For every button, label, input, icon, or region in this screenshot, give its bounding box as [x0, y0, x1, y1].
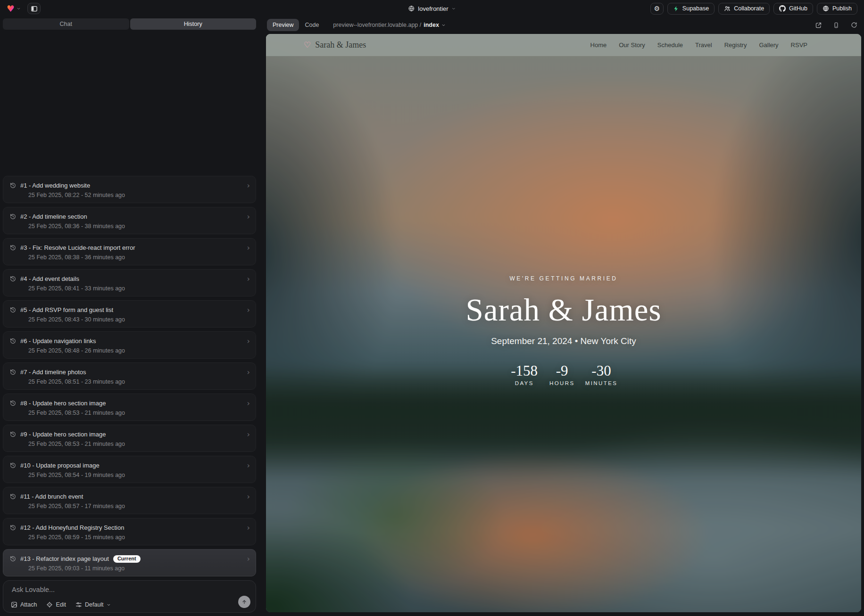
chevron-right-icon[interactable]: › [247, 524, 250, 532]
preview-url-button[interactable]: preview--lovefrontier.lovable.app / inde… [333, 22, 446, 28]
history-item-title: #11 - Add brunch event [20, 493, 83, 500]
nav-link-registry[interactable]: Registry [724, 41, 747, 49]
history-restore-icon [10, 431, 16, 437]
toggle-sidebar-button[interactable] [27, 3, 41, 14]
supabase-button[interactable]: Supabase [667, 3, 714, 15]
history-item-title: #2 - Add timeline section [20, 213, 87, 220]
mobile-view-button[interactable] [830, 19, 842, 31]
history-list: #1 - Add wedding website › 25 Feb 2025, … [3, 30, 256, 580]
history-restore-icon [10, 214, 16, 220]
chat-history-panel: Chat History #1 - Add wedding website › … [3, 17, 256, 616]
history-item[interactable]: #5 - Add RSVP form and guest list › 25 F… [3, 300, 256, 328]
history-item[interactable]: #4 - Add event details › 25 Feb 2025, 08… [3, 269, 256, 296]
hero-title: Sarah & James [466, 294, 662, 326]
nav-link-travel[interactable]: Travel [695, 41, 712, 49]
chevron-right-icon[interactable]: › [247, 369, 250, 376]
chevron-right-icon[interactable]: › [247, 275, 250, 283]
history-restore-icon [10, 369, 16, 375]
attach-label: Attach [20, 601, 37, 608]
history-item-timestamp: 25 Feb 2025, 08:53 - 21 minutes ago [28, 410, 250, 416]
countdown-label: HOURS [549, 380, 575, 386]
collaborate-users-icon [724, 5, 731, 12]
history-item-timestamp: 25 Feb 2025, 08:57 - 17 minutes ago [28, 503, 250, 509]
tab-history[interactable]: History [130, 18, 257, 30]
chevron-right-icon[interactable]: › [247, 493, 250, 501]
history-restore-icon [10, 307, 16, 313]
preview-url-base: preview--lovefrontier.lovable.app / [333, 22, 421, 28]
history-item[interactable]: #13 - Refactor index page layout Current… [3, 549, 256, 576]
current-badge: Current [113, 555, 141, 563]
history-item-title: #4 - Add event details [20, 275, 79, 282]
github-button[interactable]: GitHub [773, 3, 813, 15]
chevron-right-icon[interactable]: › [247, 182, 250, 189]
hero-subtitle: September 21, 2024 • New York City [491, 336, 636, 346]
settings-button[interactable]: ⚙ [650, 3, 664, 15]
send-button[interactable] [238, 596, 250, 608]
history-item[interactable]: #7 - Add timeline photos › 25 Feb 2025, … [3, 362, 256, 390]
countdown-label: MINUTES [585, 380, 618, 386]
history-item-title: #8 - Update hero section image [20, 400, 106, 407]
lovable-menu-button[interactable]: ♥ [7, 4, 21, 13]
chevron-right-icon[interactable]: › [247, 431, 250, 438]
sliders-icon [75, 601, 82, 608]
topbar-left: ♥ [7, 3, 41, 14]
chevron-right-icon[interactable]: › [247, 400, 250, 407]
history-item-timestamp: 25 Feb 2025, 08:43 - 30 minutes ago [28, 316, 250, 323]
github-icon [779, 5, 786, 12]
history-item-title: #7 - Add timeline photos [20, 369, 86, 376]
edit-button[interactable]: Edit [46, 601, 66, 608]
site-brand[interactable]: ♡ Sarah & James [304, 40, 366, 50]
countdown-label: DAYS [515, 380, 534, 386]
history-restore-icon [10, 276, 16, 282]
publish-button[interactable]: Publish [817, 3, 857, 15]
history-item[interactable]: #2 - Add timeline section › 25 Feb 2025,… [3, 207, 256, 234]
composer[interactable]: Ask Lovable... Attach Edit [3, 580, 256, 613]
lovable-logo-icon: ♥ [7, 4, 15, 13]
collaborate-label: Collaborate [734, 5, 764, 12]
nav-link-home[interactable]: Home [590, 41, 607, 49]
history-item[interactable]: #9 - Update hero section image › 25 Feb … [3, 425, 256, 452]
history-item-title: #9 - Update hero section image [20, 431, 106, 438]
site-header: ♡ Sarah & James HomeOur StoryScheduleTra… [266, 34, 861, 56]
open-in-new-window-button[interactable] [812, 19, 824, 31]
history-item[interactable]: #6 - Update navigation links › 25 Feb 20… [3, 331, 256, 359]
attach-button[interactable]: Attach [11, 601, 37, 608]
gear-icon: ⚙ [654, 5, 660, 12]
history-item[interactable]: #1 - Add wedding website › 25 Feb 2025, … [3, 176, 256, 203]
nav-link-rsvp[interactable]: RSVP [791, 41, 807, 49]
chevron-right-icon[interactable]: › [247, 213, 250, 221]
chevron-right-icon[interactable]: › [247, 337, 250, 345]
preview-toolbar: Preview Code preview--lovefrontier.lovab… [261, 17, 864, 33]
history-item-timestamp: 25 Feb 2025, 08:59 - 15 minutes ago [28, 534, 250, 541]
nav-link-our-story[interactable]: Our Story [619, 41, 645, 49]
nav-link-gallery[interactable]: Gallery [759, 41, 778, 49]
history-restore-icon [10, 400, 16, 406]
history-item-title: #5 - Add RSVP form and guest list [20, 306, 113, 313]
prompt-input[interactable]: Ask Lovable... [12, 586, 250, 593]
topbar-center: lovefrontier [408, 5, 456, 12]
chevron-down-icon [441, 23, 446, 27]
nav-link-schedule[interactable]: Schedule [657, 41, 683, 49]
project-switcher[interactable]: lovefrontier [408, 5, 456, 12]
preview-panel: Preview Code preview--lovefrontier.lovab… [261, 17, 864, 616]
chevron-right-icon[interactable]: › [247, 462, 250, 469]
history-item[interactable]: #10 - Update proposal image › 25 Feb 202… [3, 456, 256, 483]
history-item-title: #12 - Add Honeyfund Registry Section [20, 524, 124, 531]
tab-preview[interactable]: Preview [267, 19, 299, 31]
chevron-right-icon[interactable]: › [247, 555, 250, 563]
tab-chat[interactable]: Chat [3, 18, 129, 30]
history-item-timestamp: 25 Feb 2025, 08:48 - 26 minutes ago [28, 347, 250, 354]
collaborate-button[interactable]: Collaborate [718, 3, 770, 15]
history-restore-icon [10, 556, 16, 562]
mode-select[interactable]: Default [75, 601, 111, 608]
history-item[interactable]: #11 - Add brunch event › 25 Feb 2025, 08… [3, 487, 256, 514]
tab-code[interactable]: Code [299, 19, 324, 31]
refresh-button[interactable] [848, 19, 860, 31]
history-item[interactable]: #12 - Add Honeyfund Registry Section › 2… [3, 518, 256, 545]
chevron-right-icon[interactable]: › [247, 244, 250, 252]
history-item[interactable]: #3 - Fix: Resolve Lucide-react import er… [3, 238, 256, 265]
history-item[interactable]: #8 - Update hero section image › 25 Feb … [3, 394, 256, 421]
chevron-right-icon[interactable]: › [247, 306, 250, 314]
github-label: GitHub [789, 5, 807, 12]
history-item-title: #6 - Update navigation links [20, 337, 96, 345]
